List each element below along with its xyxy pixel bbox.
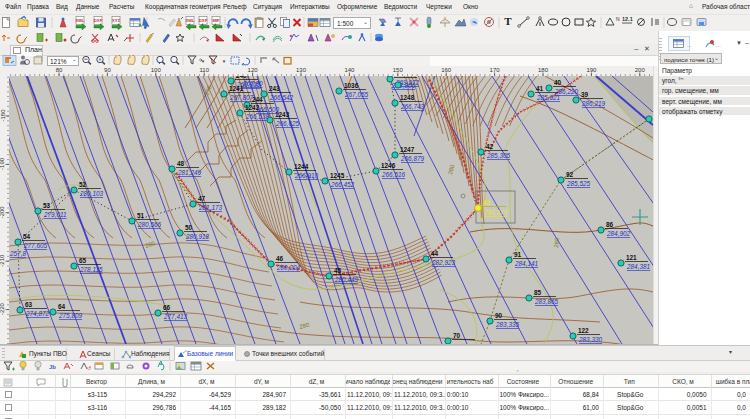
svg-text:1245: 1245 xyxy=(330,172,345,179)
svg-text:283,335: 283,335 xyxy=(495,321,520,328)
svg-text:63: 63 xyxy=(25,301,33,308)
svg-text:150: 150 xyxy=(393,67,404,73)
svg-text:266,500: 266,500 xyxy=(255,106,280,113)
svg-text:267,80: 267,80 xyxy=(242,80,263,87)
svg-text:52: 52 xyxy=(79,181,87,188)
svg-text:275,809: 275,809 xyxy=(58,312,83,319)
svg-text:▾: ▾ xyxy=(223,58,226,64)
svg-text:51: 51 xyxy=(137,212,145,219)
svg-text:200: 200 xyxy=(635,67,646,73)
svg-text:1248: 1248 xyxy=(400,94,415,101)
svg-text:XML: XML xyxy=(186,18,195,23)
svg-text:284,381: 284,381 xyxy=(626,263,651,270)
svg-text:85: 85 xyxy=(534,289,542,296)
svg-text:190: 190 xyxy=(586,67,597,73)
svg-text:70: 70 xyxy=(453,332,461,339)
svg-text:283,865: 283,865 xyxy=(534,298,559,305)
svg-text:285,525: 285,525 xyxy=(566,180,591,187)
svg-text:1244: 1244 xyxy=(294,163,309,170)
svg-text:266,743: 266,743 xyxy=(400,103,425,110)
svg-text:54: 54 xyxy=(23,233,31,240)
svg-text:266,910: 266,910 xyxy=(294,172,319,179)
svg-text:266,516: 266,516 xyxy=(381,171,406,178)
svg-text:266,879: 266,879 xyxy=(400,155,425,162)
svg-text:121: 121 xyxy=(626,254,637,261)
svg-text:284,574: 284,574 xyxy=(483,209,508,216)
svg-text:90: 90 xyxy=(495,312,503,319)
svg-text:45: 45 xyxy=(334,267,342,274)
svg-text:66: 66 xyxy=(163,304,171,311)
svg-text:130: 130 xyxy=(296,67,307,73)
svg-text:MIF: MIF xyxy=(212,18,220,23)
svg-text:277,605: 277,605 xyxy=(23,242,48,249)
svg-text:XML: XML xyxy=(76,18,85,23)
svg-text:46: 46 xyxy=(276,255,284,262)
svg-text:277,413: 277,413 xyxy=(163,313,188,320)
svg-text:41: 41 xyxy=(536,85,544,92)
svg-text:278,115: 278,115 xyxy=(79,266,103,273)
svg-text:40: 40 xyxy=(554,79,562,86)
svg-text:110: 110 xyxy=(199,67,209,73)
svg-text:1247: 1247 xyxy=(400,146,415,153)
svg-text:284,141: 284,141 xyxy=(514,260,539,267)
svg-text:-180: -180 xyxy=(0,109,6,122)
svg-text:266,538: 266,538 xyxy=(245,113,270,120)
svg-text:1036: 1036 xyxy=(344,82,359,89)
svg-text:286,220: 286,220 xyxy=(554,88,579,95)
svg-text:43: 43 xyxy=(483,199,491,206)
svg-text:280,103: 280,103 xyxy=(79,190,104,197)
svg-text:160: 160 xyxy=(441,67,452,73)
svg-text:N: N xyxy=(616,16,620,22)
svg-text:90: 90 xyxy=(104,67,111,73)
svg-text:281,249: 281,249 xyxy=(177,169,202,176)
svg-text:48: 48 xyxy=(177,160,185,167)
svg-text:267,055: 267,055 xyxy=(344,91,369,98)
svg-text:53: 53 xyxy=(43,202,51,209)
svg-text:64: 64 xyxy=(58,303,66,310)
svg-text:266,542: 266,542 xyxy=(269,94,294,101)
svg-text:120: 120 xyxy=(248,67,259,73)
svg-text:281,173: 281,173 xyxy=(198,204,223,211)
svg-text:100: 100 xyxy=(151,67,162,73)
svg-text:257,8: 257,8 xyxy=(9,250,26,257)
svg-text:246: 246 xyxy=(236,76,247,79)
svg-text:↺: ↺ xyxy=(87,365,91,371)
svg-text:285,305: 285,305 xyxy=(486,152,511,159)
svg-text:170: 170 xyxy=(490,67,501,73)
svg-text:244: 244 xyxy=(252,96,263,103)
svg-text:39: 39 xyxy=(581,91,589,98)
svg-text:-190: -190 xyxy=(0,157,6,170)
svg-text:122: 122 xyxy=(578,327,589,334)
svg-text:T: T xyxy=(504,15,512,27)
svg-text:50: 50 xyxy=(185,224,193,231)
svg-text:Jb: Jb xyxy=(49,364,56,370)
svg-text:283,330: 283,330 xyxy=(578,336,603,343)
svg-text:1241: 1241 xyxy=(229,85,244,92)
svg-text:267,807: 267,807 xyxy=(229,94,254,101)
svg-text:91: 91 xyxy=(514,251,522,258)
svg-text:243: 243 xyxy=(269,85,280,92)
svg-text:86: 86 xyxy=(606,221,614,228)
svg-text:1249: 1249 xyxy=(395,76,410,77)
svg-text:282,923: 282,923 xyxy=(431,259,456,266)
svg-text:65: 65 xyxy=(79,257,87,264)
svg-text:1246: 1246 xyxy=(381,162,396,169)
svg-text:DXF: DXF xyxy=(94,18,103,23)
svg-text:279,011: 279,011 xyxy=(43,211,67,218)
svg-text:180: 180 xyxy=(538,67,549,73)
svg-text:42: 42 xyxy=(486,143,494,150)
svg-text:▾: ▾ xyxy=(202,58,205,64)
svg-text:44: 44 xyxy=(431,250,439,257)
svg-text:280,204: 280,204 xyxy=(276,264,301,271)
svg-text:47: 47 xyxy=(198,195,206,202)
svg-text:80: 80 xyxy=(56,67,63,73)
svg-text:-220: -220 xyxy=(0,302,6,315)
svg-text:XYZ: XYZ xyxy=(112,18,121,23)
svg-text:285,921: 285,921 xyxy=(536,94,561,101)
svg-text:280,449: 280,449 xyxy=(334,276,359,283)
svg-text:266,452: 266,452 xyxy=(330,181,355,188)
svg-text:284,902: 284,902 xyxy=(606,230,631,237)
svg-text:266,625: 266,625 xyxy=(275,120,300,127)
svg-text:280,566: 280,566 xyxy=(137,221,162,228)
svg-text:12.1: 12.1 xyxy=(622,16,633,22)
